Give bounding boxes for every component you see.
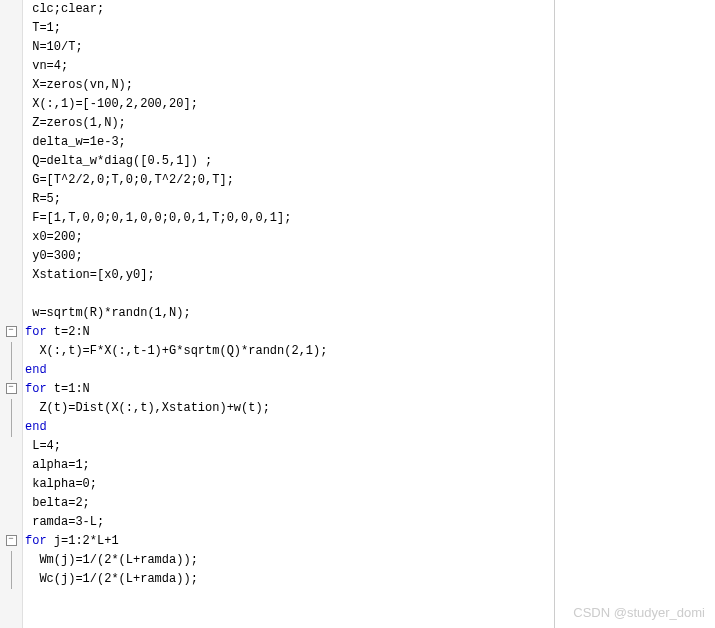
- fold-guide: [11, 551, 12, 570]
- fold-guide: [11, 418, 12, 437]
- gutter-line: [0, 513, 22, 532]
- code-line[interactable]: for j=1:2*L+1: [25, 532, 554, 551]
- code-line[interactable]: for t=2:N: [25, 323, 554, 342]
- code-line[interactable]: clc;clear;: [25, 0, 554, 19]
- gutter-line: [0, 437, 22, 456]
- code-line[interactable]: delta_w=1e-3;: [25, 133, 554, 152]
- gutter-line: [0, 247, 22, 266]
- fold-minus-icon[interactable]: −: [6, 383, 17, 394]
- code-line[interactable]: belta=2;: [25, 494, 554, 513]
- watermark-text: CSDN @studyer_domi: [573, 605, 705, 620]
- gutter-line: [0, 551, 22, 570]
- code-line[interactable]: kalpha=0;: [25, 475, 554, 494]
- keyword: for: [25, 534, 47, 548]
- gutter-line: −: [0, 532, 22, 551]
- keyword: end: [25, 363, 47, 377]
- fold-guide: [11, 361, 12, 380]
- code-line[interactable]: [25, 285, 554, 304]
- gutter-line: [0, 38, 22, 57]
- code-line[interactable]: F=[1,T,0,0;0,1,0,0;0,0,1,T;0,0,0,1];: [25, 209, 554, 228]
- code-line[interactable]: end: [25, 361, 554, 380]
- code-line[interactable]: R=5;: [25, 190, 554, 209]
- gutter-line: [0, 57, 22, 76]
- gutter-line: [0, 19, 22, 38]
- code-line[interactable]: vn=4;: [25, 57, 554, 76]
- gutter-line: [0, 171, 22, 190]
- code-line[interactable]: Wc(j)=1/(2*(L+ramda));: [25, 570, 554, 589]
- gutter-line: [0, 285, 22, 304]
- gutter-line: [0, 114, 22, 133]
- gutter-line: [0, 418, 22, 437]
- gutter-line: [0, 95, 22, 114]
- code-line[interactable]: w=sqrtm(R)*randn(1,N);: [25, 304, 554, 323]
- gutter-line: [0, 0, 22, 19]
- gutter-line: [0, 266, 22, 285]
- keyword: for: [25, 382, 47, 396]
- code-line[interactable]: Xstation=[x0,y0];: [25, 266, 554, 285]
- gutter-line: [0, 152, 22, 171]
- keyword: end: [25, 420, 47, 434]
- code-line[interactable]: N=10/T;: [25, 38, 554, 57]
- gutter-line: [0, 190, 22, 209]
- gutter-line: [0, 342, 22, 361]
- gutter-line: [0, 76, 22, 95]
- gutter-line: [0, 133, 22, 152]
- gutter-line: −: [0, 380, 22, 399]
- code-area[interactable]: clc;clear; T=1; N=10/T; vn=4; X=zeros(vn…: [23, 0, 554, 628]
- code-line[interactable]: Z=zeros(1,N);: [25, 114, 554, 133]
- code-line[interactable]: L=4;: [25, 437, 554, 456]
- code-line[interactable]: G=[T^2/2,0;T,0;0,T^2/2;0,T];: [25, 171, 554, 190]
- gutter-line: [0, 570, 22, 589]
- gutter-line: [0, 361, 22, 380]
- code-line[interactable]: T=1;: [25, 19, 554, 38]
- code-line[interactable]: Q=delta_w*diag([0.5,1]) ;: [25, 152, 554, 171]
- fold-guide: [11, 399, 12, 418]
- gutter: −−−: [0, 0, 23, 628]
- fold-guide: [11, 570, 12, 589]
- keyword: for: [25, 325, 47, 339]
- gutter-line: [0, 209, 22, 228]
- code-line[interactable]: y0=300;: [25, 247, 554, 266]
- code-line[interactable]: Wm(j)=1/(2*(L+ramda));: [25, 551, 554, 570]
- code-line[interactable]: Z(t)=Dist(X(:,t),Xstation)+w(t);: [25, 399, 554, 418]
- code-line[interactable]: X(:,t)=F*X(:,t-1)+G*sqrtm(Q)*randn(2,1);: [25, 342, 554, 361]
- code-line[interactable]: alpha=1;: [25, 456, 554, 475]
- gutter-line: [0, 456, 22, 475]
- gutter-line: [0, 475, 22, 494]
- editor-container: −−− clc;clear; T=1; N=10/T; vn=4; X=zero…: [0, 0, 555, 628]
- fold-minus-icon[interactable]: −: [6, 326, 17, 337]
- code-line[interactable]: for t=1:N: [25, 380, 554, 399]
- code-line[interactable]: ramda=3-L;: [25, 513, 554, 532]
- fold-guide: [11, 342, 12, 361]
- gutter-line: [0, 304, 22, 323]
- code-line[interactable]: X(:,1)=[-100,2,200,20];: [25, 95, 554, 114]
- code-line[interactable]: x0=200;: [25, 228, 554, 247]
- code-line[interactable]: X=zeros(vn,N);: [25, 76, 554, 95]
- gutter-line: [0, 399, 22, 418]
- code-line[interactable]: end: [25, 418, 554, 437]
- gutter-line: −: [0, 323, 22, 342]
- fold-minus-icon[interactable]: −: [6, 535, 17, 546]
- gutter-line: [0, 494, 22, 513]
- gutter-line: [0, 228, 22, 247]
